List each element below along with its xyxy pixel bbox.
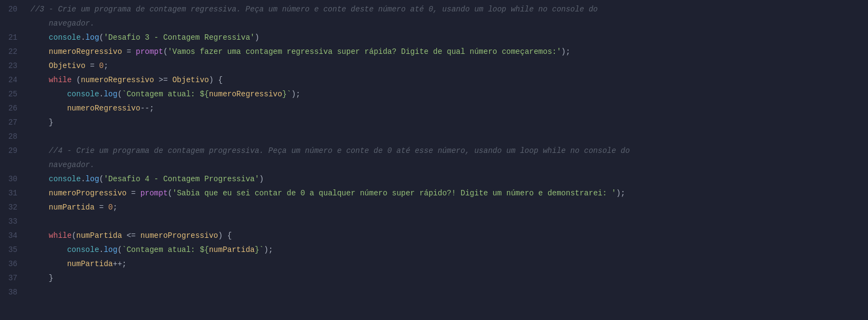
line-content: while(numPartida <= numeroProgressivo) { [28, 229, 868, 243]
line-content: } [28, 271, 868, 285]
code-line: 28 [0, 130, 868, 144]
line-number: 30 [0, 172, 28, 186]
code-line: 30 console.log('Desafio 4 - Contagem Pro… [0, 172, 868, 186]
line-content: numPartida = 0; [28, 200, 868, 214]
line-number: 22 [0, 45, 28, 59]
line-content: numeroRegressivo = prompt('Vamos fazer u… [28, 45, 868, 59]
code-editor: 20//3 - Crie um programa de contagem reg… [0, 0, 868, 301]
code-line: 26 numeroRegressivo--; [0, 101, 868, 115]
line-content-continuation: navegador. [28, 16, 868, 30]
line-number: 36 [0, 257, 28, 271]
code-line: 29 //4 - Crie um programa de contagem pr… [0, 144, 868, 158]
code-line-continuation: navegador. [0, 16, 868, 30]
line-content: while (numeroRegressivo >= Objetivo) { [28, 73, 868, 87]
code-line: 35 console.log(`Contagem atual: ${numPar… [0, 243, 868, 257]
code-line: 24 while (numeroRegressivo >= Objetivo) … [0, 73, 868, 87]
code-line: 20//3 - Crie um programa de contagem reg… [0, 2, 868, 16]
line-content-continuation: navegador. [28, 158, 868, 172]
line-number: 38 [0, 285, 28, 299]
code-line: 25 console.log(`Contagem atual: ${numero… [0, 87, 868, 101]
code-line: 36 numPartida++; [0, 257, 868, 271]
code-line: 21 console.log('Desafio 3 - Contagem Reg… [0, 30, 868, 45]
code-line: 32 numPartida = 0; [0, 200, 868, 214]
line-number: 28 [0, 130, 28, 144]
line-number: 31 [0, 186, 28, 200]
code-line-continuation: navegador. [0, 158, 868, 172]
line-number: 27 [0, 115, 28, 130]
line-number: 23 [0, 59, 28, 73]
code-line: 37 } [0, 271, 868, 285]
line-content [28, 214, 868, 229]
line-content: //4 - Crie um programa de contagem progr… [28, 144, 868, 158]
code-line: 27 } [0, 115, 868, 130]
line-number: 37 [0, 271, 28, 285]
line-content: numeroProgressivo = prompt('Sabia que eu… [28, 186, 868, 200]
line-content: numeroRegressivo--; [28, 101, 868, 115]
line-content [28, 130, 868, 144]
line-content: //3 - Crie um programa de contagem regre… [28, 2, 868, 16]
code-line: 22 numeroRegressivo = prompt('Vamos faze… [0, 45, 868, 59]
line-content: } [28, 115, 868, 130]
line-number: 29 [0, 144, 28, 158]
line-content: console.log(`Contagem atual: ${numPartid… [28, 243, 868, 257]
code-line: 38 [0, 285, 868, 299]
code-line: 31 numeroProgressivo = prompt('Sabia que… [0, 186, 868, 200]
line-content: console.log(`Contagem atual: ${numeroReg… [28, 87, 868, 101]
line-content: numPartida++; [28, 257, 868, 271]
line-content: console.log('Desafio 4 - Contagem Progre… [28, 172, 868, 186]
line-content: console.log('Desafio 3 - Contagem Regres… [28, 30, 868, 45]
line-number: 26 [0, 101, 28, 115]
code-line: 34 while(numPartida <= numeroProgressivo… [0, 229, 868, 243]
line-content [28, 285, 868, 299]
line-number: 21 [0, 30, 28, 45]
code-line: 23 Objetivo = 0; [0, 59, 868, 73]
line-number: 20 [0, 2, 28, 16]
line-number: 25 [0, 87, 28, 101]
code-line: 33 [0, 214, 868, 229]
line-number: 33 [0, 214, 28, 229]
line-number: 24 [0, 73, 28, 87]
line-number: 34 [0, 229, 28, 243]
line-number: 35 [0, 243, 28, 257]
line-content: Objetivo = 0; [28, 59, 868, 73]
line-number: 32 [0, 200, 28, 214]
